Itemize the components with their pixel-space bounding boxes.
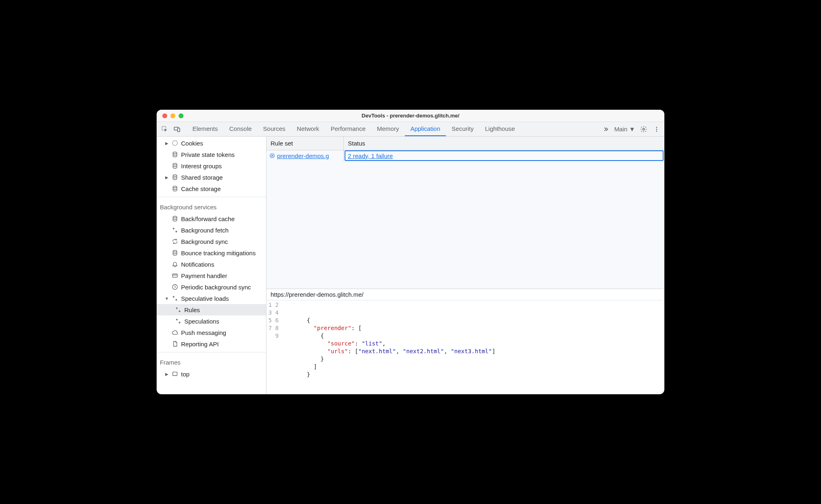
tab-console[interactable]: Console xyxy=(224,122,258,136)
settings-icon[interactable] xyxy=(639,125,648,134)
sidebar-item-label: top xyxy=(181,371,190,378)
sidebar-item-label: Shared storage xyxy=(181,174,223,181)
sidebar-item-shared-storage[interactable]: ▶ Shared storage xyxy=(157,172,266,183)
sync-icon xyxy=(171,295,179,302)
sidebar-item-label: Cache storage xyxy=(181,185,221,192)
section-frames: Frames xyxy=(157,355,266,368)
more-tabs-icon[interactable] xyxy=(601,125,610,134)
sidebar-item-speculations[interactable]: Speculations xyxy=(157,315,266,327)
sidebar-item-private-state-tokens[interactable]: ▶ Private state tokens xyxy=(157,149,266,160)
device-toggle-icon[interactable] xyxy=(172,124,182,134)
code-viewer[interactable]: 1 2 3 4 5 6 7 8 9 { "prerender": [ { "so… xyxy=(266,300,664,394)
sync-icon xyxy=(175,317,182,325)
cloud-icon xyxy=(171,329,179,336)
sidebar-item-label: Periodic background sync xyxy=(181,284,251,291)
sidebar-item-label: Back/forward cache xyxy=(181,215,235,222)
expand-icon: ▶ xyxy=(165,372,169,376)
sidebar-item-cache-storage[interactable]: ▶ Cache storage xyxy=(157,183,266,194)
tab-memory[interactable]: Memory xyxy=(371,122,405,136)
tab-performance[interactable]: Performance xyxy=(325,122,371,136)
sidebar-item-frame-top[interactable]: ▶ top xyxy=(157,368,266,380)
main-panel: Rule set Status prerender-demos.g 2 read… xyxy=(266,137,664,394)
tab-sources[interactable]: Sources xyxy=(258,122,291,136)
sidebar-item-bfcache[interactable]: ▶ Back/forward cache xyxy=(157,213,266,224)
sidebar-item-speculative-loads[interactable]: ▼ Speculative loads xyxy=(157,293,266,304)
inspect-element-icon[interactable] xyxy=(160,124,170,134)
tab-lighthouse[interactable]: Lighthouse xyxy=(479,122,520,136)
section-background-services: Background services xyxy=(157,200,266,213)
document-icon xyxy=(171,340,179,348)
svg-point-13 xyxy=(173,250,177,252)
sidebar-item-periodic-sync[interactable]: ▶ Periodic background sync xyxy=(157,281,266,293)
sidebar-item-label: Private state tokens xyxy=(181,151,235,158)
sidebar-item-label: Speculations xyxy=(184,318,219,325)
card-icon xyxy=(171,272,179,279)
minimize-icon[interactable] xyxy=(170,113,175,118)
application-sidebar: ▶ Cookies ▶ Private state tokens ▶ Inter… xyxy=(157,137,266,394)
status-link[interactable]: 2 ready, 1 failure xyxy=(348,152,393,159)
database-icon xyxy=(171,162,179,169)
content-area: ▶ Cookies ▶ Private state tokens ▶ Inter… xyxy=(157,137,664,394)
sidebar-item-notifications[interactable]: ▶ Notifications xyxy=(157,259,266,270)
zoom-icon[interactable] xyxy=(179,113,183,118)
expand-icon: ▶ xyxy=(165,175,169,180)
sidebar-item-label: Bounce tracking mitigations xyxy=(181,250,255,256)
svg-point-7 xyxy=(172,141,177,146)
window-controls xyxy=(157,113,183,118)
svg-point-8 xyxy=(173,152,177,154)
close-icon[interactable] xyxy=(162,113,167,118)
refresh-icon xyxy=(171,238,179,245)
sync-icon xyxy=(175,306,182,313)
svg-point-10 xyxy=(173,175,177,176)
sidebar-item-interest-groups[interactable]: ▶ Interest groups xyxy=(157,160,266,172)
svg-rect-16 xyxy=(173,372,177,376)
source-url: https://prerender-demos.glitch.me/ xyxy=(271,291,363,298)
clock-icon xyxy=(171,283,179,291)
panel-tabs: Elements Console Sources Network Perform… xyxy=(187,122,521,136)
table-row[interactable]: prerender-demos.g 2 ready, 1 failure xyxy=(266,150,664,161)
main-toolbar: Elements Console Sources Network Perform… xyxy=(157,122,664,137)
sidebar-item-background-fetch[interactable]: ▶ Background fetch xyxy=(157,224,266,236)
table-header: Rule set Status xyxy=(266,137,664,150)
line-gutter: 1 2 3 4 5 6 7 8 9 xyxy=(266,301,283,394)
frame-selector[interactable]: Main ▼ xyxy=(614,126,635,133)
cookie-icon xyxy=(171,139,179,147)
sidebar-item-cookies[interactable]: ▶ Cookies xyxy=(157,137,266,149)
expand-icon: ▶ xyxy=(165,141,169,146)
kebab-menu-icon[interactable] xyxy=(652,125,661,134)
sidebar-item-push-messaging[interactable]: ▶ Push messaging xyxy=(157,327,266,338)
tab-application[interactable]: Application xyxy=(405,122,446,136)
sidebar-item-rules[interactable]: Rules xyxy=(157,304,266,315)
sidebar-item-bounce-tracking[interactable]: ▶ Bounce tracking mitigations xyxy=(157,247,266,259)
database-icon xyxy=(171,174,179,181)
frame-selector-label: Main xyxy=(614,126,628,133)
tab-network[interactable]: Network xyxy=(291,122,325,136)
svg-point-6 xyxy=(656,130,657,132)
svg-point-12 xyxy=(173,216,177,218)
error-icon xyxy=(269,152,275,159)
toolbar-right: Main ▼ xyxy=(601,125,661,134)
bell-icon xyxy=(171,261,179,268)
tab-elements[interactable]: Elements xyxy=(187,122,224,136)
code-body: { "prerender": [ { "source": "list", "ur… xyxy=(283,301,664,394)
collapse-icon: ▼ xyxy=(165,296,169,301)
svg-point-4 xyxy=(656,127,657,128)
devtools-window: DevTools - prerender-demos.glitch.me/ El… xyxy=(157,110,664,394)
tab-security[interactable]: Security xyxy=(446,122,479,136)
titlebar: DevTools - prerender-demos.glitch.me/ xyxy=(157,110,664,122)
column-rule-set[interactable]: Rule set xyxy=(266,137,344,150)
frame-icon xyxy=(171,370,179,378)
sidebar-item-background-sync[interactable]: ▶ Background sync xyxy=(157,236,266,247)
sidebar-item-label: Payment handler xyxy=(181,272,227,279)
ruleset-link[interactable]: prerender-demos.g xyxy=(277,152,329,159)
sidebar-item-payment-handler[interactable]: ▶ Payment handler xyxy=(157,270,266,281)
chevron-down-icon: ▼ xyxy=(629,126,635,133)
column-status[interactable]: Status xyxy=(344,140,664,147)
database-icon xyxy=(171,249,179,256)
sidebar-item-reporting-api[interactable]: ▶ Reporting API xyxy=(157,338,266,350)
sidebar-item-label: Background fetch xyxy=(181,227,229,234)
sidebar-item-label: Notifications xyxy=(181,261,214,268)
cell-rule-set: prerender-demos.g xyxy=(266,150,344,161)
sidebar-item-label: Interest groups xyxy=(181,163,222,169)
sidebar-item-label: Reporting API xyxy=(181,341,219,348)
